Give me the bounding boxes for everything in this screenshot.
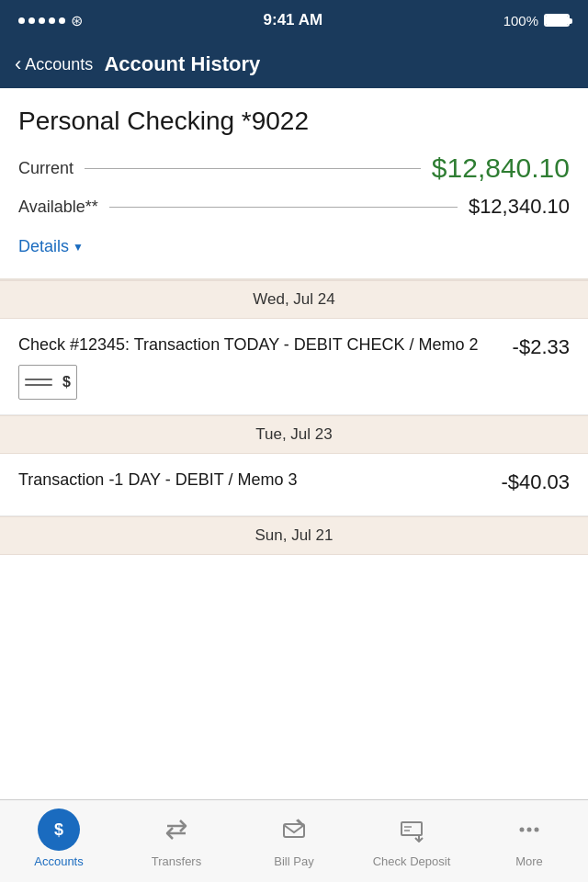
- svg-rect-4: [284, 824, 304, 837]
- svg-rect-7: [401, 822, 422, 835]
- status-left: ⊛: [18, 12, 83, 29]
- account-name: Personal Checking *9022: [18, 107, 570, 136]
- battery-icon: [544, 14, 570, 27]
- date-label-1: Tue, Jul 23: [255, 425, 332, 443]
- date-label-0: Wed, Jul 24: [253, 290, 334, 308]
- tab-bill-pay[interactable]: Bill Pay: [235, 800, 353, 882]
- current-divider-line: [85, 168, 421, 169]
- available-label: Available**: [18, 198, 98, 217]
- accounts-dollar-icon: $: [46, 817, 72, 842]
- signal-dots: [18, 17, 65, 24]
- more-icon-wrap: [508, 808, 550, 851]
- tab-bar: $ Accounts Transfers: [0, 799, 588, 882]
- check-line-2: [25, 384, 52, 386]
- transfers-icon: [164, 817, 189, 842]
- tab-more-label: More: [515, 854, 543, 868]
- nav-header: ‹ Accounts Account History: [0, 40, 588, 88]
- battery-percent: 100%: [503, 13, 538, 28]
- more-dots-icon: [516, 817, 542, 842]
- back-label: Accounts: [25, 55, 93, 74]
- date-label-2: Sun, Jul 21: [254, 526, 333, 544]
- transfers-icon-wrap: [155, 808, 198, 851]
- details-link[interactable]: Details ▼: [18, 237, 84, 269]
- back-chevron-icon: ‹: [15, 52, 21, 76]
- transaction-left-1: Transaction -1 DAY - DEBIT / Memo 3: [18, 469, 501, 500]
- bill-pay-icon-wrap: [273, 808, 315, 851]
- transaction-desc-0: Check #12345: Transaction TODAY - DEBIT …: [18, 334, 498, 356]
- status-time: 9:41 AM: [264, 11, 323, 29]
- date-header-2: Sun, Jul 21: [0, 516, 588, 555]
- check-deposit-icon-wrap: [390, 808, 433, 851]
- svg-point-12: [527, 828, 532, 832]
- status-right: 100%: [503, 13, 570, 28]
- check-deposit-icon: [399, 817, 424, 842]
- details-label: Details: [18, 237, 69, 256]
- tab-transfers-label: Transfers: [152, 854, 201, 868]
- svg-point-13: [535, 828, 539, 832]
- available-balance-value: $12,340.10: [469, 195, 570, 219]
- available-divider-line: [109, 207, 458, 208]
- check-lines: [25, 379, 52, 386]
- available-balance-row: Available** $12,340.10: [18, 195, 570, 219]
- tab-accounts-label: Accounts: [34, 854, 83, 868]
- content-area: Personal Checking *9022 Current $12,840.…: [0, 88, 588, 799]
- check-icon-0: $: [18, 365, 77, 400]
- tab-bill-pay-label: Bill Pay: [274, 854, 313, 868]
- transaction-left-0: Check #12345: Transaction TODAY - DEBIT …: [18, 334, 513, 400]
- details-arrow-icon: ▼: [73, 241, 84, 254]
- back-button[interactable]: ‹ Accounts: [15, 52, 93, 76]
- tab-accounts[interactable]: $ Accounts: [0, 800, 118, 882]
- transaction-item-1[interactable]: Transaction -1 DAY - DEBIT / Memo 3 -$40…: [0, 454, 588, 515]
- current-balance-value: $12,840.10: [432, 153, 570, 184]
- accounts-icon-wrap: $: [38, 808, 80, 851]
- page-title: Account History: [104, 52, 260, 76]
- transaction-item-0[interactable]: Check #12345: Transaction TODAY - DEBIT …: [0, 319, 588, 415]
- bill-pay-icon: [281, 817, 307, 842]
- check-dollar-sign: $: [62, 374, 71, 390]
- transaction-amount-0: -$2.33: [513, 334, 570, 359]
- tab-transfers[interactable]: Transfers: [118, 800, 235, 882]
- tab-check-deposit[interactable]: Check Deposit: [353, 800, 470, 882]
- svg-text:$: $: [54, 820, 63, 839]
- transaction-amount-1: -$40.03: [501, 469, 570, 494]
- check-line-1: [25, 379, 52, 380]
- status-bar: ⊛ 9:41 AM 100%: [0, 0, 588, 40]
- current-label: Current: [18, 159, 74, 178]
- transaction-desc-1: Transaction -1 DAY - DEBIT / Memo 3: [18, 469, 486, 491]
- account-info-section: Personal Checking *9022 Current $12,840.…: [0, 88, 588, 278]
- current-balance-row: Current $12,840.10: [18, 153, 570, 184]
- date-header-1: Tue, Jul 23: [0, 415, 588, 454]
- date-header-0: Wed, Jul 24: [0, 280, 588, 319]
- tab-more[interactable]: More: [470, 800, 588, 882]
- wifi-icon: ⊛: [71, 12, 83, 29]
- tab-check-deposit-label: Check Deposit: [373, 854, 451, 868]
- svg-point-11: [520, 828, 525, 832]
